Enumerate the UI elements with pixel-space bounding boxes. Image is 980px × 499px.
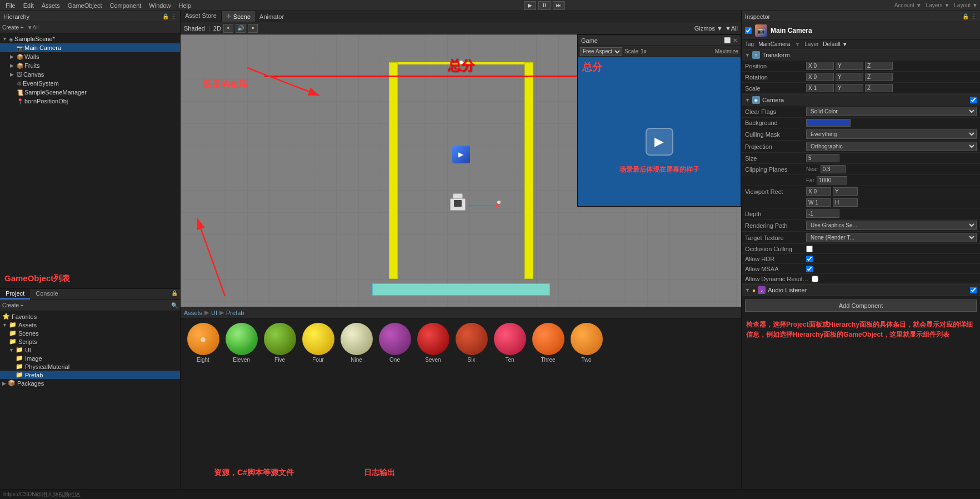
hierarchy-all-btn[interactable]: ▼All xyxy=(27,24,39,31)
tab-console[interactable]: Console xyxy=(30,289,63,300)
camera-header[interactable]: ▼ ◉ Camera xyxy=(742,94,980,106)
near-input[interactable] xyxy=(821,165,846,173)
culling-mask-select[interactable]: Everything xyxy=(806,129,977,139)
add-component-btn[interactable]: Add Component xyxy=(745,300,977,312)
viewport-w-input[interactable] xyxy=(806,198,831,207)
asset-item-four[interactable]: Four xyxy=(300,323,336,363)
occlusion-culling-checkbox[interactable] xyxy=(806,246,813,252)
menu-help[interactable]: Help xyxy=(175,2,194,9)
asset-item-five[interactable]: Five xyxy=(262,323,298,363)
project-assets-root[interactable]: ▼ 📁 Assets xyxy=(0,321,180,329)
breadcrumb-prefab[interactable]: Prefab xyxy=(226,310,244,316)
game-maximize-label[interactable]: Maximize xyxy=(715,48,738,54)
allow-msaa-checkbox[interactable] xyxy=(806,266,813,272)
game-maximize-icon[interactable]: ⬜ xyxy=(724,37,731,43)
hierarchy-item-walls[interactable]: ▶ 📦 Walls xyxy=(0,52,180,61)
menu-component[interactable]: Component xyxy=(106,2,144,9)
tab-scene[interactable]: ✛ Scene xyxy=(222,11,255,22)
viewport-h-input[interactable] xyxy=(833,198,858,207)
camera-enabled-checkbox[interactable] xyxy=(970,97,977,103)
hierarchy-item-canvas[interactable]: ▶ 🖼 Canvas xyxy=(0,70,180,79)
project-prefab[interactable]: 📁 Prefab xyxy=(0,371,180,379)
hierarchy-item-fruits[interactable]: ▶ 📦 Fruits xyxy=(0,61,180,70)
asset-item-one[interactable]: One xyxy=(377,323,413,363)
asset-item-ten[interactable]: Ten xyxy=(492,323,528,363)
play-button[interactable]: ▶ xyxy=(524,1,536,10)
target-texture-select[interactable]: None (Render T... xyxy=(806,233,977,242)
clear-flags-select[interactable]: Solid Color xyxy=(806,107,977,116)
asset-item-nine[interactable]: Nine xyxy=(338,323,374,363)
far-input[interactable] xyxy=(817,176,847,184)
background-color-swatch[interactable] xyxy=(806,119,851,127)
tab-project[interactable]: Project xyxy=(0,289,30,300)
position-y-input[interactable] xyxy=(836,62,863,70)
tab-asset-store[interactable]: Asset Store xyxy=(181,11,222,22)
menu-file[interactable]: File xyxy=(2,2,19,9)
project-scenes[interactable]: 📁 Scenes xyxy=(0,329,180,337)
breadcrumb-assets[interactable]: Assets xyxy=(184,310,202,316)
position-z-input[interactable] xyxy=(865,62,893,70)
hierarchy-menu-icon[interactable]: ⋮ xyxy=(171,13,177,19)
project-physicalmaterial[interactable]: 📁 PhysicalMaterial xyxy=(0,362,180,371)
tag-value[interactable]: MainCamera xyxy=(758,41,790,47)
scene-fx-btn[interactable]: ✦ xyxy=(248,24,258,33)
rotation-z-input[interactable] xyxy=(865,73,893,81)
rotation-x-input[interactable] xyxy=(806,73,834,81)
viewport-x-input[interactable] xyxy=(806,187,831,196)
project-search-icon[interactable]: 🔍 xyxy=(171,302,178,308)
project-ui[interactable]: ▼ 📁 UI xyxy=(0,346,180,354)
gizmos-btn[interactable]: Gizmos ▼ xyxy=(694,25,723,32)
asset-item-eight[interactable]: ● Eight xyxy=(185,323,221,363)
projection-select[interactable]: Orthographic xyxy=(806,142,977,151)
hierarchy-item-manager[interactable]: 📜 SampleSceneManager xyxy=(0,88,180,97)
scale-x-input[interactable] xyxy=(806,84,834,92)
all-dropdown[interactable]: ▼All xyxy=(725,25,738,32)
hierarchy-create-btn[interactable]: Create + xyxy=(2,24,24,31)
scene-audio-btn[interactable]: 🔊 xyxy=(236,24,246,33)
step-button[interactable]: ⏭ xyxy=(553,1,565,10)
scene-root-item[interactable]: ▼ ◈ SampleScene* xyxy=(0,34,180,43)
scale-y-input[interactable] xyxy=(836,84,863,92)
position-x-input[interactable] xyxy=(806,62,834,70)
hierarchy-item-main-camera[interactable]: 📷 Main Camera xyxy=(0,43,180,52)
asset-item-eleven[interactable]: Eleven xyxy=(223,323,259,363)
hierarchy-item-eventsystem[interactable]: ⚙ EventSystem xyxy=(0,79,180,88)
hierarchy-item-born[interactable]: 📍 bornPositionObj xyxy=(0,97,180,106)
transform-header[interactable]: ▼ T Transform xyxy=(742,49,980,61)
audio-listener-header[interactable]: ▼ ● ♪ Audio Listener xyxy=(742,285,980,296)
allow-dynamic-checkbox[interactable] xyxy=(812,276,818,282)
scene-ball-object[interactable]: ▶ xyxy=(452,146,470,163)
project-image[interactable]: 📁 Image xyxy=(0,354,180,362)
rendering-path-select[interactable]: Use Graphics Se... xyxy=(806,221,977,230)
2d-btn[interactable]: 2D xyxy=(213,25,221,32)
game-aspect-select[interactable]: Free Aspect xyxy=(580,47,622,56)
asset-item-two[interactable]: Two xyxy=(568,323,604,363)
inspector-menu-icon[interactable]: ⋮ xyxy=(971,13,977,19)
audio-enabled-checkbox[interactable] xyxy=(970,287,977,293)
tab-animator[interactable]: Animator xyxy=(255,11,288,22)
asset-item-seven[interactable]: Seven xyxy=(415,323,451,363)
obj-active-checkbox[interactable] xyxy=(745,27,752,34)
project-favorites[interactable]: ⭐ Favorites xyxy=(0,312,180,321)
shaded-dropdown[interactable]: Shaded xyxy=(184,25,205,32)
allow-hdr-checkbox[interactable] xyxy=(806,256,813,262)
scale-z-input[interactable] xyxy=(865,84,893,92)
inspector-lock-icon[interactable]: 🔒 xyxy=(962,13,969,19)
rotation-y-input[interactable] xyxy=(836,73,863,81)
scene-light-btn[interactable]: ☀ xyxy=(223,24,233,33)
asset-item-three[interactable]: Three xyxy=(530,323,566,363)
viewport-y-input[interactable] xyxy=(833,187,858,196)
size-input[interactable] xyxy=(806,154,839,162)
breadcrumb-ui[interactable]: UI xyxy=(211,310,217,316)
menu-window[interactable]: Window xyxy=(146,2,174,9)
menu-edit[interactable]: Edit xyxy=(20,2,37,9)
menu-assets[interactable]: Assets xyxy=(38,2,63,9)
project-packages[interactable]: ▶ 📦 Packages xyxy=(0,379,180,387)
game-close-icon[interactable]: ✕ xyxy=(733,37,737,43)
layer-value[interactable]: Default ▼ xyxy=(823,41,847,47)
pause-button[interactable]: ⏸ xyxy=(538,1,551,10)
asset-item-six[interactable]: Six xyxy=(453,323,489,363)
scene-player-object[interactable] xyxy=(450,198,466,211)
project-scripts[interactable]: 📁 Scripts xyxy=(0,337,180,346)
project-create-btn[interactable]: Create + xyxy=(2,302,24,308)
